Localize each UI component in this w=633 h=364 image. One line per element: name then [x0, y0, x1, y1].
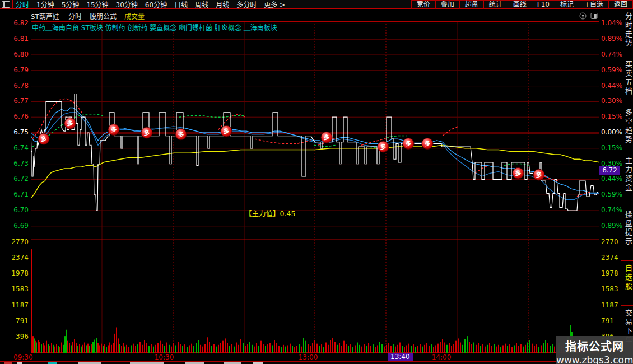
timeframe-item[interactable]: 30分钟 — [116, 0, 138, 9]
volume-bar — [135, 346, 136, 353]
volume-axis-label: 2770 — [0, 238, 29, 246]
toolbar-button[interactable]: 竞价 — [411, 1, 435, 9]
volume-bar — [314, 340, 315, 353]
volume-bar — [175, 345, 176, 353]
volume-bar — [449, 343, 450, 353]
bull-marker-glyph: 多 — [324, 134, 330, 141]
volume-bar — [292, 346, 293, 353]
toolbar-button[interactable]: 标记 — [555, 1, 579, 9]
formula-label[interactable]: 股朋公式 — [90, 11, 117, 21]
timeframe-item[interactable]: 分时 — [16, 0, 29, 9]
toolbar-button[interactable]: F10 — [532, 1, 555, 9]
volume-bar — [541, 345, 542, 353]
volume-bar — [426, 343, 427, 353]
toolbar-button[interactable]: 画线 — [508, 1, 532, 9]
percent-axis-label: 0.15% — [601, 144, 620, 152]
volume-bar — [373, 344, 374, 353]
sidebar-tab[interactable]: 自选股 — [621, 261, 633, 306]
price-axis-label: 6.76 — [0, 113, 29, 121]
volume-bar — [509, 344, 510, 353]
timeframe-item[interactable]: 60分钟 — [145, 0, 167, 9]
volume-bar — [171, 347, 172, 353]
volume-bar — [420, 344, 421, 353]
volume-bar — [272, 345, 273, 353]
toolbar-button[interactable]: 返回 — [608, 1, 633, 9]
sidebar-tab[interactable]: 买卖五档 — [621, 57, 633, 105]
timeframe-item[interactable]: 15分钟 — [86, 0, 108, 9]
volume-bar — [153, 347, 154, 353]
volume-bar — [460, 343, 461, 353]
scroll-up-icon[interactable] — [579, 12, 587, 20]
volume-bar — [240, 339, 241, 353]
volume-bar — [296, 346, 297, 353]
volume-bar — [350, 344, 351, 353]
chart-area[interactable]: 多多多多多多多多多多多多【主力值】0.45 — [31, 21, 599, 353]
volume-bar — [446, 345, 448, 353]
volume-bar — [173, 343, 174, 353]
toolbar-button[interactable]: 超盘 — [459, 1, 483, 9]
volume-bar — [552, 344, 553, 353]
volume-bar — [193, 346, 194, 353]
volume-bar — [225, 338, 226, 353]
volume-bar — [99, 345, 100, 353]
volume-bar — [187, 347, 188, 353]
volume-axis-label: 1187 — [0, 301, 29, 310]
bull-marker-glyph: 多 — [178, 131, 184, 138]
volume-bar — [256, 343, 257, 353]
bull-marker-glyph: 多 — [111, 126, 117, 133]
bull-marker-glyph: 多 — [144, 129, 150, 136]
toolbar-button[interactable]: 统计 — [483, 1, 508, 9]
volume-bar — [312, 343, 313, 353]
volume-bar — [234, 347, 235, 353]
volume-axis-label: 791 — [601, 317, 620, 325]
sidebar-tab[interactable]: 操盘提示 — [621, 207, 633, 261]
volume-bar — [243, 343, 244, 353]
volume-bar — [361, 347, 362, 353]
timeframe-item[interactable]: 周线 — [195, 0, 208, 9]
volume-bar — [485, 347, 486, 353]
percent-axis-label: 0.44% — [601, 82, 620, 90]
timeframe-item[interactable]: 多分时 — [236, 0, 257, 9]
window-panel-icon[interactable] — [2, 1, 10, 8]
timeframe-item[interactable]: 更多 > — [264, 0, 285, 9]
volume-bar — [231, 344, 232, 353]
time-label: 14:00 — [430, 353, 453, 361]
price-line — [31, 94, 598, 211]
stock-name[interactable]: ST葫芦娃 — [31, 11, 59, 21]
view-label[interactable]: 分时 — [68, 11, 82, 21]
volume-bar — [455, 341, 457, 353]
volume-bar — [290, 344, 291, 353]
volume-bar — [294, 347, 295, 353]
volume-bar — [51, 343, 52, 353]
bull-marker-glyph: 多 — [67, 120, 73, 127]
sidebar-tab[interactable]: 分时走势 — [621, 9, 633, 57]
volume-bar — [220, 343, 221, 353]
volume-bar — [357, 343, 358, 353]
volume-bar — [229, 346, 230, 353]
volume-bar — [222, 341, 224, 353]
sidebar-tab[interactable]: 多空趋势 — [621, 105, 633, 153]
toolbar-button[interactable]: +自选 — [579, 1, 608, 9]
volume-bar — [332, 338, 333, 353]
volume-bar — [118, 338, 119, 353]
percent-axis-label: 0.44% — [601, 175, 620, 183]
sidebar-tab[interactable]: 主力资金 — [621, 153, 633, 207]
volume-bar — [247, 344, 248, 353]
volume-bar — [87, 344, 89, 353]
volume-bar — [108, 345, 109, 353]
timeframe-item[interactable]: 5分钟 — [62, 0, 80, 9]
panel-toggle-icon[interactable] — [590, 12, 598, 20]
sector-tags[interactable]: 中药＿海南自贸 ST板块 仿制药 创新药 婴童概念 幽门螺杆菌 肝炎概念 ＿海南… — [32, 22, 277, 32]
volume-bar — [59, 347, 60, 353]
volume-bar — [462, 345, 463, 353]
volume-bar — [198, 340, 199, 353]
volume-bar — [189, 345, 190, 353]
timeframe-item[interactable]: 日线 — [174, 0, 188, 9]
toolbar-button[interactable]: 叠加 — [435, 1, 459, 9]
timeframe-item[interactable]: 月线 — [216, 0, 229, 9]
volume-indicator-label[interactable]: 成交量 — [124, 11, 145, 21]
watermark-title: 指标公式网 — [556, 338, 633, 354]
timeframe-item[interactable]: 1分钟 — [36, 0, 54, 9]
volume-bar — [56, 344, 57, 353]
volume-bar — [334, 342, 336, 353]
